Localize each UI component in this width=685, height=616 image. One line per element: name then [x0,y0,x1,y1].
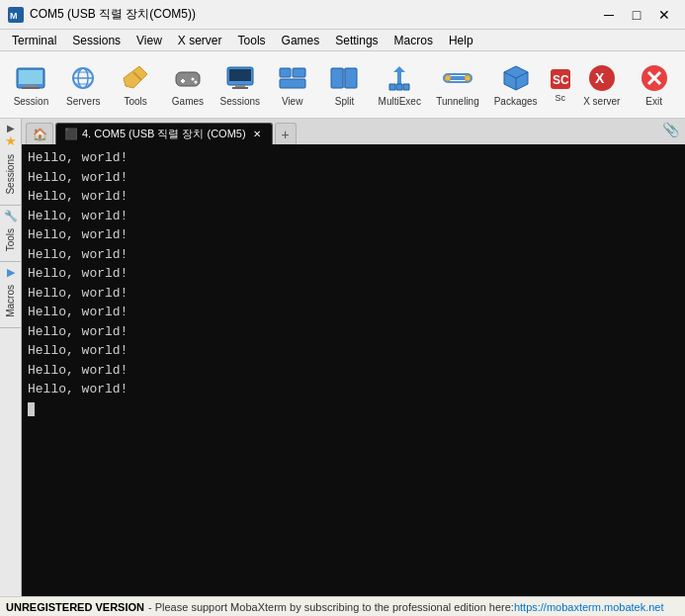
toolbar-sc-button[interactable]: SC Sc [546,55,574,115]
toolbar-tools-button[interactable]: Tools [111,55,161,115]
toolbar-multiexec-button[interactable]: MultiExec [372,55,428,115]
menu-view[interactable]: View [128,32,170,49]
maximize-button[interactable]: □ [624,5,649,25]
terminal-line: Hello, world! [28,264,679,284]
svg-rect-4 [25,85,37,87]
toolbar: Session Servers Tools [0,51,685,119]
toolbar-split-button[interactable]: Split [319,55,370,115]
games-label: Games [172,96,204,107]
sc-icon: SC [549,67,572,91]
titlebar: M COM5 (USB 직렬 장치(COM5)) ─ □ ✕ [0,0,685,30]
toolbar-games-button[interactable]: Games [163,55,214,115]
toolbar-packages-button[interactable]: Packages [487,55,544,115]
tools-label: Tools [124,96,146,107]
menu-sessions[interactable]: Sessions [64,32,128,49]
left-sidebar: ▶ ★ Sessions 🔧 Tools ▶ Macros [0,119,22,596]
terminal-line: Hello, world! [28,207,679,226]
tab-new-button[interactable]: + [275,123,297,144]
toolbar-servers-button[interactable]: Servers [58,55,109,115]
svg-rect-23 [280,79,305,88]
statusbar: UNREGISTERED VERSION - Please support Mo… [0,596,685,616]
svg-text:M: M [10,11,18,21]
svg-rect-22 [293,68,305,77]
app-icon: M [8,7,24,23]
minimize-button[interactable]: ─ [596,5,622,25]
tab-terminal-icon: ⬛ [64,128,78,140]
menu-terminal[interactable]: Terminal [4,32,64,49]
menu-settings[interactable]: Settings [327,32,385,49]
toolbar-exit-button[interactable]: Exit [629,55,679,115]
xserver-icon: X [586,62,618,94]
multiexec-icon [384,62,415,94]
session-label: Session [14,96,49,107]
servers-icon [67,62,99,94]
terminal-area[interactable]: Hello, world!Hello, world!Hello, world!H… [22,144,685,596]
menubar: Terminal Sessions View X server Tools Ga… [0,30,685,51]
exit-icon [639,62,670,94]
tunneling-label: Tunneling [436,96,479,107]
svg-point-15 [191,78,194,81]
packages-icon [500,62,532,94]
status-message: - Please support MobaXterm by subscribin… [148,601,514,613]
menu-xserver[interactable]: X server [170,32,230,49]
close-button[interactable]: ✕ [651,5,677,25]
svg-rect-21 [280,68,291,77]
home-icon: 🏠 [33,128,47,141]
svg-text:X: X [595,70,605,86]
sidebar-sessions-label[interactable]: Sessions [1,148,20,201]
svg-rect-28 [450,76,466,80]
cursor [28,402,35,416]
toolbar-sessions-button[interactable]: Sessions [214,55,265,115]
session-icon [15,62,46,94]
sidebar-sessions-star: ★ [5,133,17,148]
view-icon [277,62,308,94]
sessions-label: Sessions [220,96,261,107]
packages-label: Packages [494,96,538,107]
tab-com5-label: 4. COM5 (USB 직렬 장치 (COM5) [82,127,246,141]
sidebar-macros-icon: ▶ [7,266,15,279]
svg-point-16 [194,81,197,84]
split-icon [328,62,360,94]
sidebar-tools-section: 🔧 Tools [0,206,21,262]
unregistered-label: UNREGISTERED VERSION [6,601,144,613]
exit-label: Exit [645,96,662,107]
menu-tools[interactable]: Tools [230,32,274,49]
menu-games[interactable]: Games [274,32,328,49]
sidebar-tools-icon: 🔧 [4,210,18,222]
tabbar: 🏠 ⬛ 4. COM5 (USB 직렬 장치 (COM5) ✕ + 📎 [22,119,685,144]
toolbar-view-button[interactable]: View [267,55,317,115]
sessions-icon [224,62,256,94]
tools-icon [120,62,151,94]
toolbar-tunneling-button[interactable]: Tunneling [430,55,486,115]
svg-rect-18 [229,69,251,81]
svg-rect-12 [176,72,200,86]
tab-com5[interactable]: ⬛ 4. COM5 (USB 직렬 장치 (COM5) ✕ [55,123,273,144]
menu-help[interactable]: Help [441,32,481,49]
terminal-line: Hello, world! [28,245,679,265]
terminal-lines: Hello, world!Hello, world!Hello, world!H… [28,148,679,399]
sidebar-sessions-arrow[interactable]: ▶ [7,123,15,133]
terminal-line: Hello, world! [28,303,679,322]
terminal-line: Hello, world! [28,380,679,399]
svg-rect-3 [19,70,43,84]
sidebar-tools-label[interactable]: Tools [1,222,20,257]
tab-home[interactable]: 🏠 [26,123,53,144]
paperclip-icon[interactable]: 📎 [662,122,679,137]
svg-rect-20 [232,87,248,89]
terminal-line: Hello, world! [28,322,679,342]
svg-text:SC: SC [553,73,569,87]
terminal-cursor-line [28,399,679,419]
tab-close-button[interactable]: ✕ [250,128,264,141]
toolbar-session-button[interactable]: Session [6,55,56,115]
terminal-line: Hello, world! [28,361,679,381]
menu-macros[interactable]: Macros [386,32,441,49]
tunneling-icon [442,62,473,94]
terminal-line: Hello, world! [28,168,679,188]
support-link[interactable]: https://mobaxterm.mobatek.net [514,601,664,613]
sidebar-macros-label[interactable]: Macros [1,279,20,323]
xserver-label: X server [583,96,620,107]
titlebar-title: COM5 (USB 직렬 장치(COM5)) [30,6,596,23]
toolbar-xserver-button[interactable]: X X server [576,55,627,115]
multiexec-label: MultiExec [379,96,421,107]
terminal-line: Hello, world! [28,225,679,245]
